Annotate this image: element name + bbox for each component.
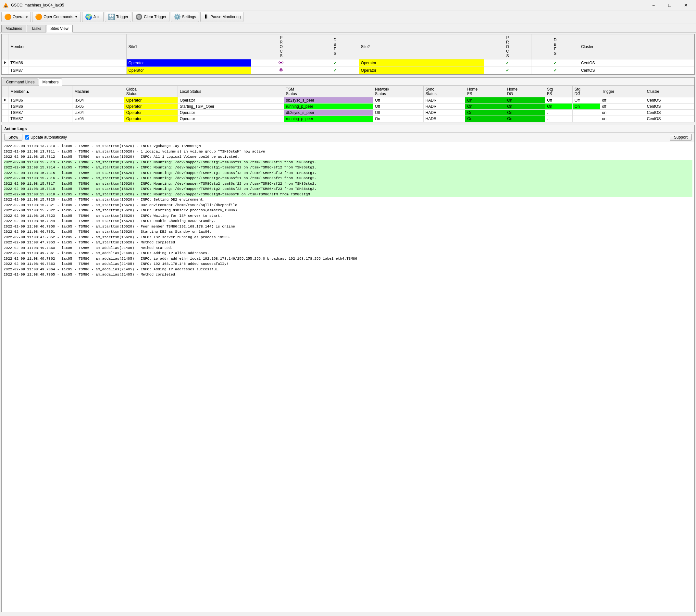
tsm-status-cell: db2sysc_s_peer bbox=[284, 97, 373, 104]
members-table-container: Member ▲ Machine GlobalStatus Local Stat… bbox=[2, 86, 694, 122]
maximize-button[interactable]: □ bbox=[662, 1, 677, 10]
sites-table-row: TSM87Operator👁✓Operator✓✓CentOS bbox=[2, 67, 694, 74]
mem-col-stgdg: StgDG bbox=[572, 86, 600, 97]
log-line: 2022-02-09 11:08:15.7821 - lax05 - TSM86… bbox=[3, 203, 693, 208]
logs-toolbar: Show Update automatically Support bbox=[2, 133, 694, 142]
local-status-cell: Operator bbox=[177, 97, 284, 104]
home-dg-cell: On bbox=[505, 110, 545, 116]
logs-header: Action Logs bbox=[2, 125, 694, 133]
sites-table-row: TSM86Operator👁✓Operator✓✓CentOS bbox=[2, 59, 694, 67]
log-line: 2022-02-09 11:08:13.7810 - lax05 - TSM86… bbox=[3, 143, 693, 149]
sites-dbfs1: ✓ bbox=[311, 67, 359, 74]
trigger-cell: off bbox=[600, 104, 645, 110]
mem-col-stgfs: StgFS bbox=[545, 86, 573, 97]
trigger-icon: 🔛 bbox=[108, 13, 115, 20]
global-status-cell: Operator bbox=[124, 110, 177, 116]
sites-procs1: 👁 bbox=[251, 67, 311, 74]
sync-status-cell: HADR bbox=[423, 104, 465, 110]
tab-tasks[interactable]: Tasks bbox=[27, 25, 45, 32]
join-icon: 🌍 bbox=[85, 13, 92, 20]
trigger-cell: off bbox=[600, 97, 645, 104]
panel-tab-members[interactable]: Members bbox=[38, 79, 62, 86]
network-status-cell: Off bbox=[373, 97, 423, 104]
stg-fs-cell: . bbox=[545, 116, 573, 122]
sites-dbfs1: ✓ bbox=[311, 59, 359, 67]
cluster-cell: CentOS bbox=[645, 104, 694, 110]
mem-col-global: GlobalStatus bbox=[124, 86, 177, 97]
window-controls: − □ ✕ bbox=[646, 1, 693, 10]
close-button[interactable]: ✕ bbox=[679, 1, 693, 10]
sync-status-cell: HADR bbox=[423, 116, 465, 122]
mem-col-homefs: HomeFS bbox=[465, 86, 505, 97]
minimize-button[interactable]: − bbox=[646, 1, 661, 10]
pause-monitoring-label: Pause Monitoring bbox=[210, 15, 240, 19]
logs-content[interactable]: 2022-02-09 11:08:13.7810 - lax05 - TSM86… bbox=[2, 142, 694, 612]
mem-col-network: NetworkStatus bbox=[373, 86, 423, 97]
sites-col-site1: Site1 bbox=[126, 34, 251, 59]
sites-procs2: ✓ bbox=[484, 59, 532, 67]
support-button[interactable]: Support bbox=[670, 134, 692, 141]
log-line: 2022-02-09 11:08:47.7853 - lax05 - TSM86… bbox=[3, 240, 693, 246]
table-row: TSM87lax05OperatorOperatorrunning_p_peer… bbox=[2, 116, 694, 122]
table-row: TSM86lax05OperatorStarting_TSM_Operrunni… bbox=[2, 104, 694, 110]
update-auto-checkbox-label[interactable]: Update automatically bbox=[25, 135, 67, 140]
log-line: 2022-02-09 11:08:49.7862 - lax05 - TSM86… bbox=[3, 256, 693, 262]
update-auto-checkbox[interactable] bbox=[25, 135, 29, 140]
trigger-cell: on bbox=[600, 110, 645, 116]
sites-col-arrow bbox=[2, 34, 9, 59]
oper-commands-button[interactable]: 🟠 Oper Commands ▼ bbox=[32, 12, 80, 22]
machine-cell: lax04 bbox=[73, 110, 124, 116]
operator-button[interactable]: 🟠 Operator bbox=[1, 12, 31, 22]
panel-tab-cmdlines[interactable]: Command Lines bbox=[3, 79, 38, 85]
mem-col-sync: SyncStatus bbox=[423, 86, 465, 97]
clear-trigger-label: Clear Trigger bbox=[144, 15, 166, 19]
members-table-body: TSM86lax04OperatorOperatordb2sysc_s_peer… bbox=[2, 97, 694, 122]
stg-fs-cell: . bbox=[545, 110, 573, 116]
tsm-status-cell: running_p_peer bbox=[284, 116, 373, 122]
mem-col-machine: Machine bbox=[73, 86, 124, 97]
machine-cell: lax05 bbox=[73, 116, 124, 122]
local-status-cell: Operator bbox=[177, 110, 284, 116]
network-status-cell: Off bbox=[373, 110, 423, 116]
row-arrow-icon bbox=[4, 98, 6, 101]
home-fs-cell: On bbox=[465, 116, 505, 122]
settings-icon: ⚙️ bbox=[174, 13, 181, 20]
show-button[interactable]: Show bbox=[4, 134, 22, 141]
log-line: 2022-02-09 11:08:15.7816 - lax05 - TSM86… bbox=[3, 176, 693, 181]
settings-label: Settings bbox=[182, 15, 196, 19]
table-row: TSM87lax04OperatorOperatordb2sysc_s_peer… bbox=[2, 110, 694, 116]
main-content: Member Site1 PROCS DBFS Site2 PROCS DBFS… bbox=[0, 32, 696, 613]
mem-col-homedg: HomeDG bbox=[505, 86, 545, 97]
sites-site2: Operator bbox=[359, 67, 484, 74]
mem-col-cluster: Cluster bbox=[645, 86, 694, 97]
tab-sites-view[interactable]: Sites View bbox=[46, 25, 73, 32]
log-line: 2022-02-09 11:08:13.7811 - lax05 - TSM86… bbox=[3, 149, 693, 155]
tab-machines[interactable]: Machines bbox=[1, 25, 26, 32]
stg-fs-cell: Off bbox=[545, 97, 573, 104]
log-line: 2022-02-09 11:08:15.7817 - lax05 - TSM86… bbox=[3, 181, 693, 187]
network-status-cell: On bbox=[373, 116, 423, 122]
trigger-button[interactable]: 🔛 Trigger bbox=[105, 12, 131, 22]
sync-status-cell: HADR bbox=[423, 97, 465, 104]
join-button[interactable]: 🌍 Join bbox=[82, 12, 104, 22]
clear-trigger-button[interactable]: 🔘 Clear Trigger bbox=[132, 12, 169, 22]
sites-col-dbfs1: DBFS bbox=[311, 34, 359, 59]
mem-col-local: Local Status bbox=[177, 86, 284, 97]
local-status-cell: Operator bbox=[177, 116, 284, 122]
settings-button[interactable]: ⚙️ Settings bbox=[171, 12, 199, 22]
action-logs-panel: Action Logs Show Update automatically Su… bbox=[1, 125, 695, 612]
panel-tabbar: Command Lines Members bbox=[2, 78, 694, 86]
log-line: 2022-02-09 11:08:46.7851 - lax05 - TSM86… bbox=[3, 229, 693, 235]
sites-col-member: Member bbox=[9, 34, 127, 59]
home-dg-cell: On bbox=[505, 116, 545, 122]
global-status-cell: Operator bbox=[124, 97, 177, 104]
home-fs-cell: On bbox=[465, 97, 505, 104]
log-line: 2022-02-09 11:08:15.7819 - lax05 - TSM86… bbox=[3, 192, 693, 197]
row-arrow-icon bbox=[4, 61, 6, 64]
sites-site2: Operator bbox=[359, 59, 484, 67]
tsm-status-cell: db2sysc_s_peer bbox=[284, 110, 373, 116]
pause-icon: ⏸ bbox=[203, 13, 209, 20]
pause-monitoring-button[interactable]: ⏸ Pause Monitoring bbox=[200, 12, 243, 22]
log-line: 2022-02-09 11:08:15.7813 - lax05 - TSM86… bbox=[3, 160, 693, 165]
sites-table-body: TSM86Operator👁✓Operator✓✓CentOSTSM87Oper… bbox=[2, 59, 694, 74]
